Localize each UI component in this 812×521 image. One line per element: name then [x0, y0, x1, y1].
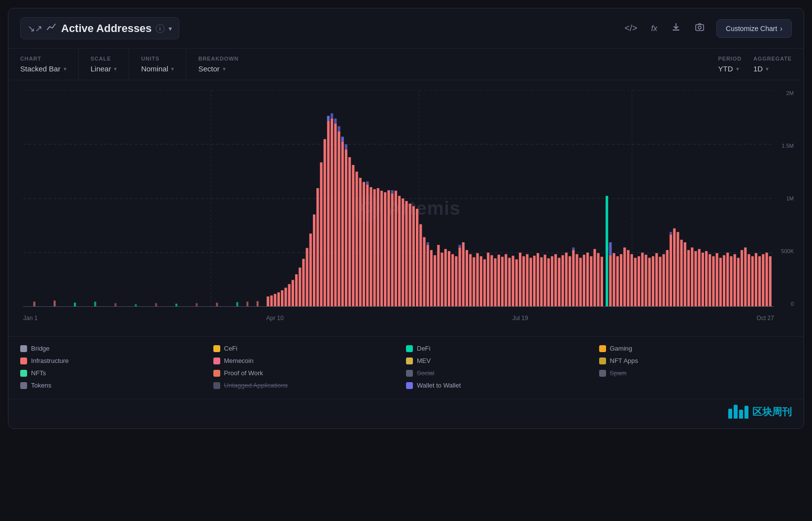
svg-rect-125 [593, 249, 596, 307]
svg-rect-128 [609, 255, 611, 307]
legend-item[interactable]: NFTs [20, 369, 213, 377]
control-value-scale: Linear ▾ [91, 65, 117, 73]
svg-rect-28 [277, 293, 280, 307]
legend-item[interactable]: MEV [406, 357, 599, 364]
legend-item[interactable]: Bridge [20, 345, 213, 352]
legend-item[interactable]: Proof of Work [213, 369, 406, 377]
caret-icon: ▾ [766, 65, 769, 72]
svg-rect-106 [526, 254, 528, 307]
svg-rect-104 [519, 253, 521, 307]
svg-rect-68 [391, 194, 394, 307]
download-button[interactable] [669, 20, 683, 36]
legend-label: NFTs [31, 369, 46, 377]
control-scale[interactable]: SCALE Linear ▾ [91, 49, 130, 80]
title-chevron-icon[interactable]: ▾ [169, 25, 172, 33]
svg-rect-53 [366, 185, 369, 307]
svg-rect-164 [737, 258, 740, 307]
legend-item[interactable]: NFT Apps [599, 357, 792, 364]
svg-rect-168 [751, 256, 754, 307]
legend-item[interactable]: Spam [599, 369, 792, 377]
customize-chart-button[interactable]: Customize Chart › [716, 19, 792, 38]
legend-label: Memecoin [224, 357, 254, 364]
legend-item[interactable]: Wallet to Wallet [406, 382, 599, 389]
control-period[interactable]: PERIOD YTD ▾ [718, 49, 742, 80]
svg-rect-103 [515, 260, 518, 307]
control-chart[interactable]: CHART Stacked Bar ▾ [20, 49, 79, 80]
svg-rect-23 [246, 302, 248, 307]
legend-label: CeFi [224, 345, 237, 352]
control-label-period: PERIOD [718, 56, 742, 62]
svg-rect-30 [284, 288, 287, 307]
customize-arrow-icon: › [780, 25, 782, 33]
legend-label: NFT Apps [610, 357, 639, 364]
svg-rect-114 [554, 254, 557, 307]
legend-swatch [213, 370, 220, 377]
svg-rect-93 [480, 256, 482, 307]
svg-rect-161 [726, 253, 729, 307]
svg-rect-121 [579, 258, 582, 307]
legend-item[interactable]: Untagged Applications [213, 382, 406, 389]
svg-rect-20 [196, 303, 198, 307]
camera-button[interactable] [693, 20, 707, 36]
svg-rect-102 [512, 256, 514, 307]
control-value-breakdown: Sector ▾ [198, 65, 238, 73]
svg-rect-41 [324, 139, 326, 307]
svg-rect-133 [627, 250, 629, 307]
legend-item[interactable]: Social [406, 369, 599, 377]
header-right: </> fx Customize Chart › [623, 19, 792, 38]
svg-rect-21 [216, 303, 218, 307]
legend-item[interactable]: DeFi [406, 345, 599, 352]
legend-swatch [406, 382, 413, 389]
svg-rect-136 [638, 256, 640, 307]
svg-rect-127 [601, 257, 603, 307]
svg-rect-173 [769, 256, 772, 307]
control-units[interactable]: UNITS Nominal ▾ [141, 49, 186, 80]
legend-label: Bridge [31, 345, 50, 352]
control-breakdown[interactable]: BREAKDOWN Sector ▾ [198, 49, 250, 80]
control-label-units: UNITS [141, 56, 174, 62]
legend-item[interactable]: Infrastructure [20, 357, 213, 364]
legend-item[interactable]: Memecoin [213, 357, 406, 364]
y-label-2m: 2M [786, 90, 794, 96]
legend-swatch [213, 358, 220, 364]
svg-rect-31 [288, 284, 291, 307]
legend-item[interactable]: Gaming [599, 345, 792, 352]
page-title: Active Addresses [61, 22, 152, 35]
svg-rect-65 [345, 144, 347, 149]
svg-rect-58 [384, 192, 386, 307]
svg-rect-66 [606, 251, 608, 307]
svg-rect-118 [569, 256, 571, 307]
control-aggregate[interactable]: AGGREGATE 1D ▾ [753, 49, 792, 80]
svg-rect-163 [734, 254, 736, 307]
legend-item[interactable]: Tokens [20, 382, 213, 389]
svg-rect-123 [586, 253, 589, 307]
x-axis: Jan 1 Apr 10 Jul 19 Oct 27 [23, 315, 774, 322]
svg-rect-47 [345, 149, 347, 307]
brand-bar-chart-icon [728, 405, 748, 419]
svg-rect-24 [257, 301, 259, 307]
title-group[interactable]: ↘↗ Active Addresses i ▾ [20, 17, 179, 39]
legend-label: MEV [417, 357, 431, 364]
svg-rect-77 [423, 237, 425, 307]
svg-rect-131 [620, 254, 622, 307]
svg-rect-178 [427, 242, 429, 245]
caret-icon: ▾ [736, 65, 739, 72]
brand-text: 区块周刊 [752, 405, 792, 419]
svg-rect-135 [634, 258, 637, 307]
controls-right: PERIOD YTD ▾ AGGREGATE 1D ▾ [707, 49, 792, 80]
control-value-units: Nominal ▾ [141, 65, 174, 73]
legend-item[interactable]: CeFi [213, 345, 406, 352]
svg-rect-174 [327, 116, 330, 121]
formula-button[interactable]: fx [649, 22, 659, 35]
svg-rect-160 [723, 255, 725, 307]
info-icon[interactable]: i [156, 24, 165, 33]
svg-rect-177 [391, 190, 394, 193]
embed-code-button[interactable]: </> [623, 21, 640, 35]
legend-label: Social [417, 369, 434, 377]
svg-rect-117 [565, 253, 568, 307]
legend-swatch [20, 345, 27, 352]
svg-rect-182 [609, 242, 611, 255]
legend-label: Proof of Work [224, 369, 263, 377]
svg-rect-12 [34, 302, 35, 307]
caret-icon: ▾ [114, 65, 117, 72]
